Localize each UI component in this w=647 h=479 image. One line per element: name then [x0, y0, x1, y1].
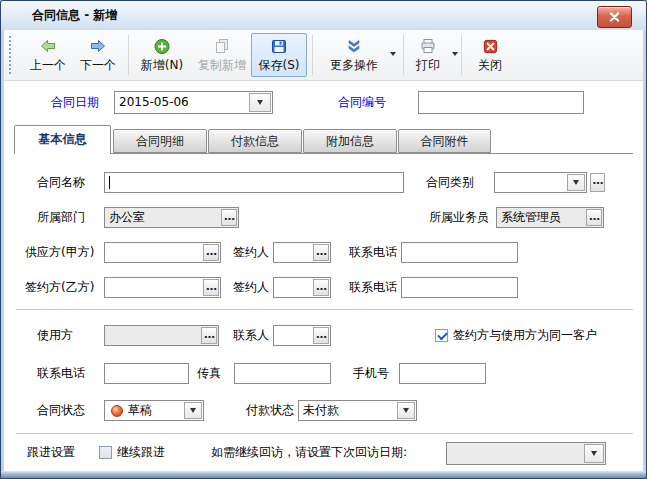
- new-button[interactable]: 新增(N): [132, 33, 192, 77]
- contract-category-combobox[interactable]: [494, 172, 587, 193]
- save-button[interactable]: 保存(S): [251, 33, 307, 77]
- payment-status-dropdown-button[interactable]: [397, 402, 415, 419]
- print-button[interactable]: 打印: [408, 33, 448, 77]
- next-visit-date-dropdown-button[interactable]: [584, 444, 604, 463]
- title-bar[interactable]: 合同信息 - 新增: [1, 1, 646, 31]
- party-b-signer-picker-button[interactable]: …: [313, 279, 329, 296]
- floppy-disk-icon: [270, 36, 288, 56]
- department-field[interactable]: 办公室 …: [104, 207, 239, 228]
- copy-new-button[interactable]: 复制新增: [190, 33, 254, 77]
- contact-phone-input[interactable]: [104, 363, 189, 384]
- salesperson-picker-button[interactable]: …: [586, 209, 602, 226]
- party-b-input[interactable]: …: [104, 277, 221, 298]
- continue-follow-up-label: 继续跟进: [117, 442, 165, 463]
- department-label: 所属部门: [37, 207, 85, 228]
- copy-icon: [213, 36, 231, 56]
- user-party-picker-button[interactable]: …: [201, 327, 217, 344]
- contract-date-dropdown-button[interactable]: [249, 93, 271, 112]
- salesperson-field[interactable]: 系统管理员 …: [496, 207, 604, 228]
- user-contact-input[interactable]: …: [273, 325, 331, 346]
- salesperson-value: 系统管理员: [501, 209, 561, 226]
- contract-category-label: 合同类别: [426, 172, 474, 193]
- window-frame-bottom: [1, 471, 646, 478]
- tab-payment-info[interactable]: 付款信息: [208, 129, 302, 153]
- contact-phone-label: 联系电话: [37, 363, 85, 384]
- plus-circle-icon: [153, 36, 171, 56]
- department-value: 办公室: [109, 209, 145, 226]
- user-contact-label: 联系人: [233, 325, 269, 346]
- more-actions-button[interactable]: 更多操作: [323, 33, 385, 77]
- next-button[interactable]: 下一个: [72, 33, 124, 77]
- party-b-picker-button[interactable]: …: [203, 279, 219, 296]
- chevron-down-icon: [403, 408, 409, 413]
- printer-icon: [419, 36, 437, 56]
- chevron-down-icon: [390, 52, 396, 56]
- party-b-label: 签约方(乙方): [25, 277, 94, 298]
- window-close-button[interactable]: [597, 6, 632, 28]
- user-contact-picker-button[interactable]: …: [313, 327, 329, 344]
- salesperson-label: 所属业务员: [429, 207, 489, 228]
- previous-button[interactable]: 上一个: [22, 33, 74, 77]
- chevron-down-icon: [591, 451, 597, 456]
- party-b-signer-input[interactable]: …: [273, 277, 331, 298]
- follow-up-section-label: 跟进设置: [27, 442, 75, 463]
- contract-category-picker-button[interactable]: …: [590, 173, 605, 192]
- close-x-icon: [609, 12, 620, 22]
- supplier-signer-picker-button[interactable]: …: [313, 244, 329, 261]
- same-customer-label: 签约方与使用方为同一客户: [453, 325, 597, 346]
- mobile-input[interactable]: [399, 363, 486, 384]
- contract-status-dropdown-button[interactable]: [184, 402, 202, 419]
- print-dropdown-arrow[interactable]: [449, 48, 461, 60]
- status-dot-icon: [111, 405, 123, 417]
- arrow-right-icon: [89, 36, 107, 56]
- toolbar-grip[interactable]: [9, 36, 11, 74]
- tab-attachments[interactable]: 合同附件: [398, 129, 491, 153]
- payment-status-label: 付款状态: [246, 400, 294, 421]
- continue-follow-up-checkbox[interactable]: [99, 446, 112, 459]
- tab-contract-details[interactable]: 合同明细: [113, 129, 207, 153]
- contract-date-label: 合同日期: [41, 92, 99, 113]
- contract-status-value: 草稿: [128, 402, 152, 419]
- party-b-signer-label: 签约人: [233, 277, 269, 298]
- toolbar-separator: [461, 35, 462, 75]
- contract-date-value: 2015-05-06: [119, 94, 189, 111]
- more-actions-dropdown-arrow[interactable]: [387, 48, 399, 60]
- close-red-icon: [482, 36, 499, 56]
- fax-input[interactable]: [234, 363, 331, 384]
- window-title: 合同信息 - 新增: [32, 1, 117, 30]
- chevron-down-icon: [573, 180, 579, 185]
- supplier-phone-input[interactable]: [401, 242, 518, 263]
- supplier-signer-label: 签约人: [233, 242, 269, 263]
- supplier-phone-label: 联系电话: [349, 242, 397, 263]
- department-picker-button[interactable]: …: [221, 209, 237, 226]
- supplier-signer-input[interactable]: …: [273, 242, 331, 263]
- next-visit-date-combobox[interactable]: [446, 442, 606, 465]
- contract-date-combobox[interactable]: 2015-05-06: [114, 91, 273, 114]
- supplier-picker-button[interactable]: …: [203, 244, 219, 261]
- tab-basic-info[interactable]: 基本信息: [14, 125, 111, 154]
- section-divider: [16, 433, 633, 434]
- contract-number-input[interactable]: [418, 91, 584, 114]
- payment-status-combobox[interactable]: 未付款: [298, 400, 417, 421]
- chevron-down-icon: [452, 52, 458, 56]
- mobile-label: 手机号: [353, 363, 389, 384]
- tab-additional-info[interactable]: 附加信息: [303, 129, 397, 153]
- toolbar-separator: [403, 35, 404, 75]
- user-party-label: 使用方: [37, 325, 73, 346]
- close-button[interactable]: 关闭: [467, 33, 513, 77]
- contract-name-label: 合同名称: [37, 172, 85, 193]
- contract-name-input[interactable]: [104, 172, 404, 193]
- chevron-down-icon: [257, 100, 263, 105]
- contract-status-combobox[interactable]: 草稿: [104, 400, 204, 421]
- contract-category-dropdown-button[interactable]: [567, 174, 585, 191]
- double-chevron-down-icon: [345, 36, 363, 56]
- window-frame-left: [1, 30, 4, 478]
- party-b-phone-input[interactable]: [401, 277, 518, 298]
- contract-number-label: 合同编号: [338, 92, 398, 113]
- toolbar-separator: [312, 35, 313, 75]
- supplier-input[interactable]: …: [104, 242, 221, 263]
- same-customer-checkbox[interactable]: [435, 329, 448, 342]
- payment-status-value: 未付款: [303, 402, 339, 419]
- section-divider: [16, 309, 633, 310]
- user-party-field[interactable]: …: [104, 325, 219, 346]
